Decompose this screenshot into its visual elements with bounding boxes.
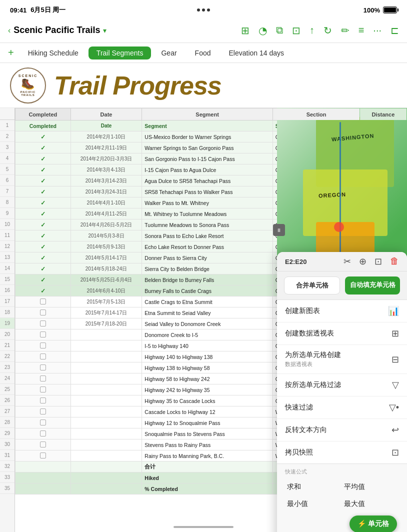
quick-filter-icon: ▽• xyxy=(389,402,399,413)
trail-line xyxy=(340,122,341,262)
cell-completed: ✓ xyxy=(16,164,71,176)
autofill-button[interactable]: 自动填充单元格 xyxy=(345,276,400,294)
quick-filter-item[interactable]: 快速过滤 ▽• xyxy=(277,396,407,419)
sum-formula[interactable]: 求和 xyxy=(285,478,342,496)
cell-date: 2014年6月4-10日 xyxy=(70,286,142,296)
cell-segment: Etna Summit to Seiad Valley xyxy=(142,308,273,318)
checkmark: ✓ xyxy=(40,222,46,228)
copy-snapshot-item[interactable]: 拷贝快照 ⊡ xyxy=(277,442,407,464)
checkmark: ✓ xyxy=(40,178,46,184)
cell-completed xyxy=(16,308,71,318)
cell-completed xyxy=(16,340,71,352)
merge-cells-button[interactable]: 合并单元格 xyxy=(284,276,340,294)
col-b-header: Date xyxy=(70,108,142,120)
header-completed: Completed xyxy=(16,120,71,132)
add-tab-button[interactable]: + xyxy=(4,45,18,60)
image-icon[interactable]: ⊡ xyxy=(292,24,300,36)
cell-completed: ✓ xyxy=(16,142,71,154)
formula-label: 快速公式 xyxy=(285,468,399,476)
checkbox-empty xyxy=(40,332,46,338)
checkmark: ✓ xyxy=(40,244,46,250)
cell-segment: Donomore Creek to I-5 xyxy=(142,330,273,340)
trail-logo: SCENIC 🥾 PACIFIC TRAILS xyxy=(10,68,46,104)
checkmark: ✓ xyxy=(40,288,46,294)
cm-action-icons: ✂ ⊕ ⊡ 🗑 xyxy=(344,256,399,267)
cell-completed xyxy=(16,362,71,374)
tab-trail-segments[interactable]: Trail Segments xyxy=(88,46,152,60)
avg-formula[interactable]: 平均值 xyxy=(342,478,399,496)
checkbox-empty xyxy=(40,376,46,382)
reverse-text-item[interactable]: 反转文本方向 ↩ xyxy=(277,419,407,442)
checkbox-empty xyxy=(40,298,46,304)
create-chart-item[interactable]: 创建新图表 📊 xyxy=(277,300,407,322)
cell-segment: Highway 58 to Highway 242 xyxy=(142,374,273,384)
cell-completed xyxy=(16,318,71,330)
min-formula[interactable]: 最小值 xyxy=(285,496,342,512)
create-pivot-selected-item[interactable]: 为所选单元格创建 数据透视表 ⊟ xyxy=(277,345,407,374)
formula-grid: 求和 平均值 最小值 最大值 xyxy=(285,478,399,512)
checkbox-empty xyxy=(40,364,46,370)
checkmark: ✓ xyxy=(40,144,46,152)
cell-completed xyxy=(16,330,71,340)
status-right: 100% xyxy=(364,6,397,14)
cell-completed xyxy=(16,406,71,418)
sidebar-icon[interactable]: ⊏ xyxy=(390,24,399,36)
location-marker xyxy=(334,222,344,232)
reverse-icon: ↩ xyxy=(392,424,399,436)
cell-completed: ✓ xyxy=(16,154,71,164)
cell-segment: Sonora Pass to Echo Lake Resort xyxy=(142,230,273,242)
cell-completed xyxy=(16,428,71,440)
create-pivot-item[interactable]: 创建数据透视表 ⊞ xyxy=(277,322,407,345)
delete-icon[interactable]: 🗑 xyxy=(390,256,399,267)
cell-date: 2014年3月24-31日 xyxy=(70,186,142,198)
trail-header: SCENIC 🥾 PACIFIC TRAILS Trail Progress xyxy=(0,63,407,108)
filter-by-selected-item[interactable]: 按所选单元格过滤 ▽ xyxy=(277,374,407,396)
cell-segment: Highway 138 to Highway 58 xyxy=(142,362,273,374)
clock-icon[interactable]: ◔ xyxy=(258,24,267,36)
pen-icon[interactable]: ✏ xyxy=(341,24,350,36)
tab-hiking-schedule[interactable]: Hiking Schedule xyxy=(20,46,86,60)
back-button[interactable]: ‹ xyxy=(8,26,10,35)
cell-date xyxy=(70,450,142,462)
cell-segment: Belden Bridge to Burney Falls xyxy=(142,274,273,286)
cell-date: 2015年7月5-13日 xyxy=(70,296,142,308)
cell-segment: Highway 12 to Snoqualmie Pass xyxy=(142,418,273,428)
cut-icon[interactable]: ✂ xyxy=(344,256,351,267)
paste-icon[interactable]: ⊡ xyxy=(374,256,382,267)
grid-icon[interactable]: ⊞ xyxy=(241,24,250,36)
hiker-icon: 🥾 xyxy=(21,78,35,90)
checkmark: ✓ xyxy=(40,134,46,140)
pause-button[interactable]: ⏸ xyxy=(273,224,285,236)
cell-completed: ✓ xyxy=(16,252,71,264)
pivot-icon: ⊞ xyxy=(392,328,399,339)
tab-food[interactable]: Food xyxy=(187,46,219,60)
cell-segment: Highway 35 to Cascade Locks xyxy=(142,396,273,406)
share-icon[interactable]: ↑ xyxy=(310,24,314,36)
cell-date: 2014年5月3-8日 xyxy=(70,230,142,242)
max-formula[interactable]: 最大值 xyxy=(342,496,399,512)
cell-date xyxy=(70,340,142,352)
battery-icon xyxy=(383,6,397,14)
cell-date xyxy=(70,330,142,340)
cell-completed: ✓ xyxy=(16,264,71,274)
checkbox-empty xyxy=(40,430,46,436)
layers-icon[interactable]: ⧉ xyxy=(276,24,283,36)
cell-reference: E2:E20 xyxy=(285,258,306,266)
refresh-icon[interactable]: ↻ xyxy=(324,24,332,36)
tab-gear[interactable]: Gear xyxy=(153,46,184,60)
checkbox-empty xyxy=(40,398,46,404)
align-icon[interactable]: ≡ xyxy=(358,24,364,36)
cell-segment: I-15 Cajon Pass to Agua Dulce xyxy=(142,164,273,176)
cell-segment: Tuolumne Meadows to Sonora Pass xyxy=(142,220,273,230)
copy-icon[interactable]: ⊕ xyxy=(359,256,366,267)
more-icon[interactable]: ··· xyxy=(373,24,382,36)
nav-chevron-icon[interactable]: ▾ xyxy=(103,26,106,34)
tab-elevation[interactable]: Elevation 14 days xyxy=(221,46,292,60)
nav-bar: ‹ Scenic Pacific Trails ▾ ⊞ ◔ ⧉ ⊡ ↑ ↻ ✏ … xyxy=(0,18,407,43)
cell-segment: Warner Springs to San Gorgonio Pass xyxy=(142,142,273,154)
header-segment: Segment xyxy=(142,120,273,132)
cell-segment: Echo Lake Resort to Donner Pass xyxy=(142,242,273,252)
main-content: SCENIC 🥾 PACIFIC TRAILS Trail Progress 1… xyxy=(0,63,407,532)
cell-button[interactable]: ⚡ 单元格 xyxy=(350,516,397,532)
cell-segment: Mt. Whitney to Tuolumne Meadows xyxy=(142,208,273,220)
